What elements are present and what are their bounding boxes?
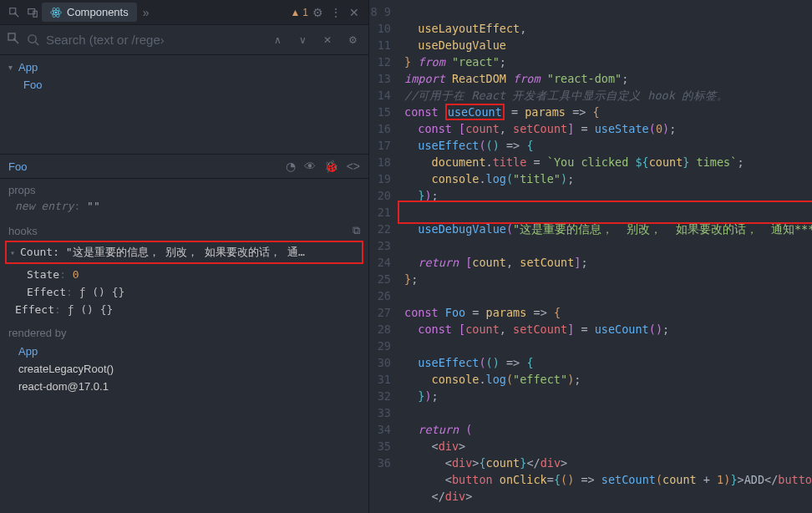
settings-gear-icon[interactable]: ⚙	[308, 3, 327, 22]
tree-item-foo[interactable]: Foo	[0, 76, 368, 94]
tab-components[interactable]: Components	[42, 3, 137, 22]
search-prev-icon[interactable]: ∧	[268, 31, 287, 49]
hook-effect-value: ƒ () {}	[79, 286, 125, 298]
inspected-component-bar: Foo ◔ 👁 🐞 <>	[0, 154, 368, 179]
component-tree: ▾ App Foo	[0, 55, 368, 97]
search-input[interactable]: Search (text or /rege›	[27, 33, 261, 47]
hook-effect2-label: Effect	[15, 303, 54, 316]
components-settings-icon[interactable]: ⚙	[343, 31, 362, 49]
suspend-icon[interactable]: ◔	[286, 160, 296, 173]
warning-count: 1	[302, 7, 308, 18]
line-gutter: 8 9 10 11 12 13 14 15 16 17 18 19 20 21 …	[369, 0, 398, 513]
more-tabs-button[interactable]: »	[137, 3, 155, 22]
tab-components-label: Components	[67, 6, 129, 18]
new-entry-value[interactable]: ""	[87, 200, 100, 212]
rendered-by-heading: rendered by	[0, 318, 368, 343]
devtools-tabbar: Components » ▲ 1 ⚙ ⋮ ✕	[0, 0, 368, 25]
hook-effect-row[interactable]: Effect: ƒ () {}	[0, 283, 368, 301]
search-placeholder: Search (text or /rege›	[46, 33, 165, 47]
hook-effect-label: Effect	[27, 286, 66, 298]
code-area[interactable]: useLayoutEffect, useDebugValue } from "r…	[398, 0, 812, 513]
hook-count-text: Count: "这是重要的信息， 别改， 如果要改的话， 通…	[20, 246, 305, 258]
props-heading: props	[0, 179, 368, 198]
hook-state-row[interactable]: State: 0	[0, 266, 368, 283]
hooks-heading: hooks	[8, 225, 38, 237]
select-element-icon[interactable]	[7, 32, 20, 48]
kebab-menu-icon[interactable]: ⋮	[327, 3, 345, 22]
inspected-component-name: Foo	[8, 160, 27, 173]
hook-count-row[interactable]: ▾Count: "这是重要的信息， 别改， 如果要改的话， 通…	[5, 241, 363, 264]
svg-point-3	[55, 11, 58, 13]
inspect-element-icon[interactable]	[5, 3, 23, 22]
usedebugvalue-highlight-box	[398, 201, 812, 224]
device-toolbar-icon[interactable]	[23, 3, 42, 22]
tree-item-label: App	[18, 61, 38, 74]
debug-icon[interactable]: 🐞	[324, 160, 338, 173]
props-body: new entry: ""	[0, 198, 368, 219]
rendered-react-dom-version: react-dom@17.0.1	[0, 378, 368, 395]
devtools-panel: Components » ▲ 1 ⚙ ⋮ ✕ Search (text or /…	[0, 0, 369, 513]
code-editor: 8 9 10 11 12 13 14 15 16 17 18 19 20 21 …	[369, 0, 812, 513]
rendered-create-root: createLegacyRoot()	[0, 360, 368, 378]
view-source-icon[interactable]: <>	[347, 160, 360, 173]
new-entry-label[interactable]: new entry	[15, 200, 74, 212]
svg-point-8	[28, 35, 36, 43]
rendered-app-link[interactable]: App	[0, 343, 368, 360]
usecount-highlight: useCount	[445, 104, 505, 120]
search-icon	[27, 33, 39, 46]
close-panel-icon[interactable]: ✕	[345, 3, 363, 22]
component-search-row: Search (text or /rege› ∧ ∨ ✕ ⚙	[0, 25, 368, 55]
hook-state-label: State	[27, 268, 59, 281]
react-logo-icon	[50, 7, 62, 18]
tree-item-app[interactable]: ▾ App	[0, 58, 368, 76]
warning-badge[interactable]: ▲ 1	[290, 7, 308, 18]
hook-state-value: 0	[73, 268, 79, 281]
hook-effect2-row[interactable]: Effect: ƒ () {}	[0, 301, 368, 318]
hook-effect2-value: ƒ () {}	[68, 303, 114, 316]
copy-hooks-icon[interactable]: ⧉	[353, 224, 360, 237]
search-next-icon[interactable]: ∨	[293, 31, 312, 49]
caret-down-icon: ▾	[10, 248, 18, 257]
tree-item-label: Foo	[23, 79, 42, 91]
search-clear-icon[interactable]: ✕	[318, 31, 337, 49]
hooks-heading-row: hooks ⧉	[0, 219, 368, 239]
inspect-dom-icon[interactable]: 👁	[304, 160, 316, 173]
caret-down-icon: ▾	[8, 63, 17, 72]
